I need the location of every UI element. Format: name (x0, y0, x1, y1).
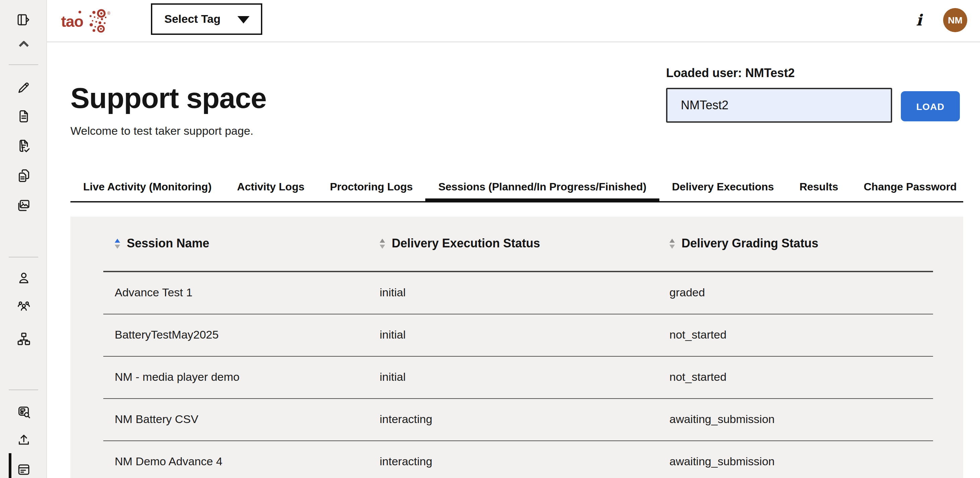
copy-documents-icon[interactable] (16, 168, 31, 183)
cell-execution-status: initial (380, 371, 670, 384)
sidebar-active-indicator (9, 453, 11, 478)
search-records-icon[interactable] (16, 404, 31, 419)
loaded-user-label: Loaded user: NMTest2 (666, 67, 794, 81)
users-group-icon[interactable] (16, 297, 31, 313)
panel-expand-icon[interactable] (16, 12, 31, 27)
topbar: tao ® Select Tag i NM (47, 0, 980, 42)
user-input[interactable] (666, 88, 892, 123)
support-space-page: tao ® Select Tag i NM Support space Welc… (0, 0, 980, 478)
tab-change-password[interactable]: Change Password (851, 173, 969, 201)
document-check-icon[interactable] (16, 138, 31, 153)
sort-icon (380, 239, 385, 249)
media-images-icon[interactable] (16, 197, 31, 213)
sort-icon (115, 239, 120, 249)
tab-results[interactable]: Results (787, 173, 851, 201)
cell-grading-status: not_started (670, 371, 933, 384)
cell-grading-status: awaiting_submission (670, 455, 933, 468)
document-icon[interactable] (16, 108, 31, 124)
cell-execution-status: interacting (380, 455, 670, 468)
sessions-panel: Session Name Delivery Execution Status D… (70, 216, 963, 478)
table-header-row: Session Name Delivery Execution Status D… (103, 216, 933, 272)
cell-session-name: NM Battery CSV (103, 413, 380, 426)
column-header-session-name[interactable]: Session Name (103, 237, 380, 251)
sidebar-divider (9, 389, 38, 390)
table-row: NM Battery CSV interacting awaiting_subm… (103, 399, 933, 441)
cell-execution-status: initial (380, 329, 670, 342)
tao-logo[interactable]: tao ® (61, 6, 110, 37)
cell-session-name: NM - media player demo (103, 371, 380, 384)
tab-proctoring-logs[interactable]: Proctoring Logs (317, 173, 426, 201)
column-label: Delivery Grading Status (681, 237, 818, 251)
column-label: Delivery Execution Status (392, 237, 540, 251)
user-icon[interactable] (16, 270, 31, 285)
info-icon[interactable]: i (912, 10, 926, 30)
cell-session-name: Advance Test 1 (103, 286, 380, 300)
avatar[interactable]: NM (943, 8, 967, 32)
tab-bar: Live Activity (Monitoring) Activity Logs… (70, 173, 963, 202)
table-row: Advance Test 1 initial graded (103, 272, 933, 314)
tab-live-activity[interactable]: Live Activity (Monitoring) (70, 173, 224, 201)
cell-execution-status: interacting (380, 413, 670, 426)
tab-activity-logs[interactable]: Activity Logs (224, 173, 317, 201)
sessions-table: Session Name Delivery Execution Status D… (103, 216, 933, 478)
table-row: BatteryTestMay2025 initial not_started (103, 314, 933, 357)
cell-session-name: NM Demo Advance 4 (103, 455, 380, 468)
table-row: NM Demo Advance 4 interacting awaiting_s… (103, 441, 933, 478)
tab-delivery-executions[interactable]: Delivery Executions (659, 173, 786, 201)
tao-logo-text: tao (61, 14, 83, 29)
tao-logo-burst (84, 8, 107, 35)
tao-logo-o-dot (78, 10, 81, 13)
select-tag-label: Select Tag (152, 13, 221, 26)
tab-sessions[interactable]: Sessions (Planned/In Progress/Finished) (426, 173, 659, 201)
hierarchy-icon[interactable] (16, 331, 31, 346)
sort-icon (670, 239, 675, 249)
collapse-up-icon[interactable] (16, 36, 31, 51)
pencil-icon[interactable] (16, 79, 31, 95)
cell-grading-status: graded (670, 286, 933, 300)
caret-down-icon (237, 16, 250, 24)
cell-grading-status: not_started (670, 329, 933, 342)
select-tag-dropdown[interactable]: Select Tag (151, 3, 262, 35)
upload-icon[interactable] (16, 432, 31, 448)
sidebar-divider (9, 64, 38, 65)
column-label: Session Name (127, 237, 209, 251)
registered-mark: ® (107, 11, 110, 16)
page-subtitle: Welcome to test taker support page. (70, 125, 253, 138)
cell-session-name: BatteryTestMay2025 (103, 329, 380, 342)
cell-grading-status: awaiting_submission (670, 413, 933, 426)
cell-execution-status: initial (380, 286, 670, 300)
deliveries-window-icon[interactable] (16, 462, 31, 477)
sidebar (0, 0, 47, 478)
load-button[interactable]: LOAD (901, 91, 960, 121)
column-header-delivery-grading-status[interactable]: Delivery Grading Status (670, 237, 933, 251)
sidebar-divider (9, 257, 38, 257)
column-header-delivery-execution-status[interactable]: Delivery Execution Status (380, 237, 670, 251)
table-row: NM - media player demo initial not_start… (103, 357, 933, 399)
page-title: Support space (70, 84, 266, 113)
